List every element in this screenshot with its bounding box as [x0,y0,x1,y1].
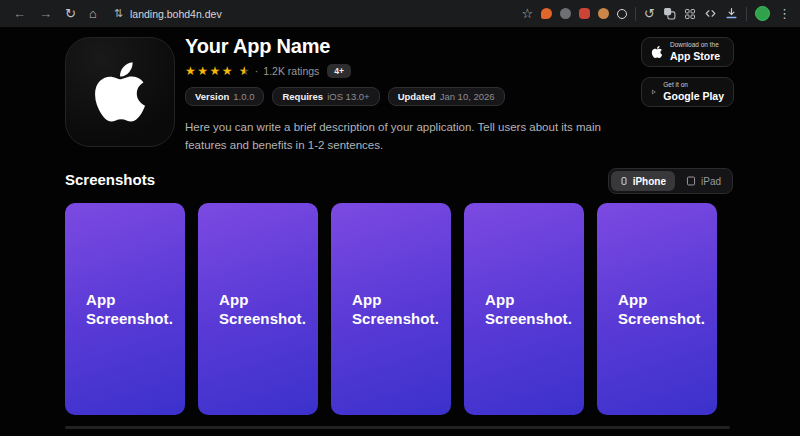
rating-count: 1.2K ratings [263,65,319,77]
extension-icon-1[interactable] [541,8,552,19]
home-icon[interactable]: ⌂ [89,7,97,20]
age-rating-badge: 4+ [327,64,351,78]
apple-logo-icon [651,45,663,59]
half-star-icon: ★ ★ [239,65,250,77]
updated-badge: Updated Jan 10, 2026 [388,87,505,106]
iphone-icon [620,175,628,187]
app-icon [65,37,175,147]
page-title: Your App Name [185,35,677,58]
reload-icon[interactable]: ↻ [65,7,76,20]
play-triangle-icon [651,85,656,99]
extension-icon-2[interactable] [560,8,571,19]
extension-icon-4[interactable] [598,8,609,19]
rating-row: ★★★★ ★ ★ · 1.2K ratings 4+ [185,64,677,78]
toolbar-separator [635,7,636,21]
screenshot-carousel: App Screenshot. App Screenshot. App Scre… [65,203,717,415]
requires-badge: Requires iOS 13.0+ [272,87,379,106]
toggle-ipad[interactable]: iPad [677,171,730,191]
app-description: Here you can write a brief description o… [185,118,677,155]
screenshot-card-4: App Screenshot. [464,203,584,415]
back-icon[interactable]: ← [13,7,26,20]
screenshot-card-5: App Screenshot. [597,203,717,415]
toolbar-right: ☆ ↺ [521,6,800,21]
store-buttons: Download on the App Store Get it on Goog… [641,37,734,107]
site-info-icon[interactable]: ⇅ [114,7,123,20]
screenshots-heading: Screenshots [65,171,155,188]
device-toggle: iPhone iPad [608,168,733,194]
toolbar-separator [746,7,747,21]
profile-avatar[interactable] [755,6,770,21]
screenshot-card-1: App Screenshot. [65,203,185,415]
app-header: Your App Name ★★★★ ★ ★ · 1.2K ratings 4+… [185,35,677,155]
toggle-iphone[interactable]: iPhone [611,171,675,191]
star-icons: ★★★★ [185,65,234,77]
menu-dots-icon[interactable]: ⋮ [778,7,791,20]
ipad-icon [686,175,696,187]
version-badge: Version 1.0.0 [185,87,264,106]
horizontal-scrollbar[interactable] [65,426,730,429]
url-text: landing.bohd4n.dev [130,8,222,20]
translate-icon[interactable] [663,7,676,20]
google-play-button[interactable]: Get it on Google Play [641,77,734,107]
apple-logo-icon [91,58,149,126]
forward-icon[interactable]: → [39,7,52,20]
bookmark-star-icon[interactable]: ☆ [521,7,533,20]
download-icon[interactable] [725,7,738,20]
nav-icons: ← → ↻ ⌂ [0,7,97,20]
browser-toolbar: ← → ↻ ⌂ ⇅ landing.bohd4n.dev ☆ ↺ [0,0,800,28]
code-icon[interactable] [704,7,717,20]
history-icon[interactable]: ↺ [644,7,655,20]
screenshot-card-2: App Screenshot. [198,203,318,415]
apps-grid-icon[interactable] [684,8,696,20]
store-button-text: Get it on Google Play [663,81,724,102]
extension-icon-5[interactable] [617,9,627,19]
store-button-text: Download on the App Store [670,41,720,62]
rating-separator: · [255,65,259,77]
url-bar[interactable]: ⇅ landing.bohd4n.dev [114,7,222,20]
extension-icon-3[interactable] [579,8,590,19]
app-store-button[interactable]: Download on the App Store [641,37,734,67]
browser-window: ← → ↻ ⌂ ⇅ landing.bohd4n.dev ☆ ↺ [0,0,800,436]
screenshot-card-3: App Screenshot. [331,203,451,415]
meta-badges: Version 1.0.0 Requires iOS 13.0+ Updated… [185,87,677,106]
